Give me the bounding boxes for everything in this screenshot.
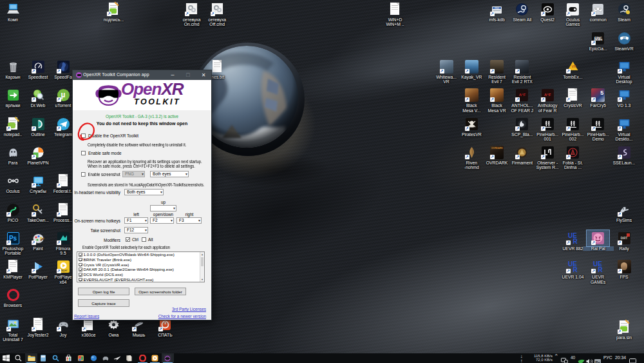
svg-text:FSX: FSX bbox=[495, 7, 499, 10]
svg-text:R: R bbox=[598, 266, 603, 273]
svg-text:VR: VR bbox=[572, 64, 576, 68]
svg-text:VR: VR bbox=[623, 37, 626, 39]
svg-text:R: R bbox=[573, 238, 578, 245]
svg-text:R: R bbox=[573, 266, 578, 273]
